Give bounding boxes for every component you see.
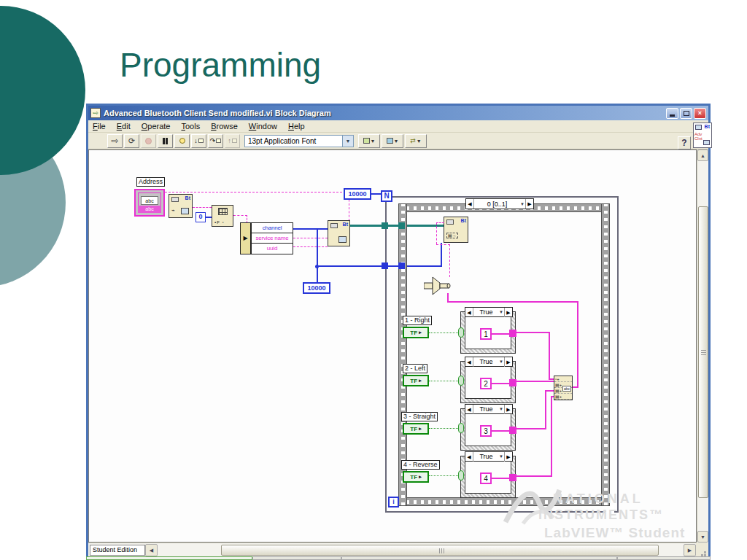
wire-case4-rise (551, 396, 552, 477)
command-constant[interactable]: 1 (480, 328, 492, 340)
structure-resize-corner[interactable] (604, 503, 614, 513)
chevron-down-icon[interactable]: ▼ (499, 359, 504, 364)
next-frame-icon[interactable]: ▶ (525, 199, 533, 209)
scroll-right-button[interactable]: ▶ (684, 544, 696, 556)
vertical-scroll-thumb[interactable] (698, 206, 708, 498)
vi-icon[interactable]: Bt AdvClnt (693, 122, 712, 148)
wire-bool-2 (429, 381, 461, 381)
case-selector[interactable]: ◀True▼▶ (465, 404, 513, 414)
menu-edit[interactable]: Edit (115, 121, 132, 131)
chevron-down-icon[interactable]: ▼ (499, 454, 504, 459)
reorder-button[interactable]: ⇄▼ (405, 134, 427, 148)
previous-case-icon[interactable]: ◀ (465, 357, 473, 367)
menu-operate[interactable]: Operate (140, 121, 172, 131)
bool-label-reverse[interactable]: 4 - Reverse (401, 460, 440, 470)
zero-constant[interactable]: 0 (196, 212, 206, 222)
scroll-left-button[interactable]: ◀ (145, 544, 158, 556)
cluster-row-uuid[interactable]: uuid (252, 244, 293, 254)
run-button[interactable]: ⇨ (107, 134, 123, 148)
chevron-down-icon: ▼ (394, 139, 399, 144)
slide: Programming ⇨ Advanced Bluetooth Client … (0, 0, 747, 560)
context-help-button[interactable]: ? (678, 136, 691, 149)
chevron-down-icon[interactable]: ▼ (342, 136, 353, 147)
distribute-objects-button[interactable]: ▼ (382, 134, 403, 148)
chevron-down-icon[interactable]: ▼ (499, 407, 504, 411)
bool-label-left[interactable]: 2 - Left (403, 364, 427, 373)
next-case-icon[interactable]: ▶ (504, 405, 512, 414)
run-continuous-button[interactable]: ⟳ (124, 134, 139, 148)
case-selector[interactable]: ◀True▼▶ (465, 357, 513, 367)
previous-case-icon[interactable]: ◀ (465, 308, 473, 317)
wire-case-out (492, 333, 511, 335)
for-loop-count-terminal: N (381, 190, 392, 202)
next-case-icon[interactable]: ▶ (504, 452, 512, 462)
previous-frame-icon[interactable]: ◀ (466, 199, 474, 209)
cluster-row-channel[interactable]: channel (252, 223, 293, 233)
horizontal-scrollbar[interactable]: Student Edition ◀ ▶ (88, 542, 708, 556)
highlight-execution-button[interactable] (174, 134, 190, 148)
index-array-node[interactable]: ▪F ▫ (212, 205, 233, 227)
menu-window[interactable]: Window (247, 121, 279, 131)
timeout-constant-bottom[interactable]: 10000 (303, 282, 330, 294)
timeout-constant-top[interactable]: 10000 (344, 188, 371, 200)
tf-control-left[interactable]: TF▸ (403, 375, 429, 386)
chevron-down-icon: ▼ (417, 139, 422, 144)
horizontal-scroll-thumb[interactable] (221, 545, 659, 556)
sequence-selector[interactable]: ◀ 0 [0..1] ▼ ▶ (465, 198, 534, 209)
bluetooth-discover-node[interactable]: Bt ⌁ (169, 194, 193, 218)
window-titlebar[interactable]: ⇨ Advanced Bluetooth Client Send modifie… (88, 106, 708, 120)
concatenate-strings-node[interactable]: ▫+ ▤+ ▤+ ▤+ abc (554, 376, 573, 400)
font-selector[interactable]: 13pt Application Font ▼ (244, 135, 354, 147)
previous-case-icon[interactable]: ◀ (465, 452, 473, 462)
device-icon (446, 219, 454, 225)
menu-help[interactable]: Help (287, 121, 306, 131)
address-string-control[interactable]: abc abc (134, 189, 165, 217)
align-objects-button[interactable]: ▼ (358, 134, 380, 148)
minimize-button[interactable] (666, 108, 678, 119)
cluster-row-service-name[interactable]: service name (252, 233, 293, 244)
previous-case-icon[interactable]: ◀ (465, 405, 473, 414)
tf-text: TF (410, 330, 417, 336)
case-structure-right: ◀True▼▶ 1 (460, 311, 516, 354)
menu-file[interactable]: File (91, 121, 107, 131)
step-into-button[interactable]: ↓ (191, 134, 206, 148)
command-constant[interactable]: 3 (480, 425, 492, 437)
vertical-scrollbar[interactable]: ▲ ▼ (697, 149, 708, 542)
tf-control-reverse[interactable]: TF▸ (403, 471, 429, 483)
case-selector[interactable]: ◀True▼▶ (465, 307, 513, 317)
chevron-down-icon[interactable]: ▼ (520, 202, 525, 206)
bluetooth-open-connection-node[interactable]: Bt (328, 220, 350, 246)
menu-browse[interactable]: Browse (209, 121, 239, 131)
cluster-rows: channel service name uuid (251, 222, 293, 254)
wire-count (371, 193, 382, 195)
command-constant[interactable]: 4 (480, 472, 492, 484)
menu-tools[interactable]: Tools (179, 121, 201, 131)
case-selector[interactable]: ◀True▼▶ (465, 451, 513, 462)
block-diagram-canvas[interactable]: Address abc abc (88, 149, 697, 542)
chevron-down-icon[interactable]: ▼ (499, 310, 504, 314)
scroll-up-button[interactable]: ▲ (697, 149, 708, 161)
run-icon: ⇨ (111, 136, 118, 145)
next-case-icon[interactable]: ▶ (504, 308, 512, 317)
bool-label-right[interactable]: 1 - Right (403, 316, 432, 325)
bundle-node[interactable]: ▶ (240, 222, 251, 254)
address-label[interactable]: Address (136, 177, 165, 187)
close-button[interactable]: × (694, 108, 706, 119)
step-over-button[interactable]: ↷ (208, 134, 223, 148)
wire-channel (293, 228, 328, 230)
wire-uuid (293, 246, 328, 247)
pause-button[interactable] (158, 134, 173, 148)
scroll-down-button[interactable]: ▼ (697, 531, 708, 542)
restore-button[interactable] (680, 108, 692, 119)
tf-control-straight[interactable]: TF▸ (403, 423, 429, 435)
labview-window: ⇨ Advanced Bluetooth Client Send modifie… (86, 104, 711, 559)
wire-string-elbow (436, 244, 450, 245)
bluetooth-write-node[interactable]: Bt ▤→ (444, 217, 468, 243)
next-case-icon[interactable]: ▶ (504, 357, 512, 367)
tf-control-right[interactable]: TF▸ (403, 327, 429, 338)
computer-icon (695, 125, 702, 130)
resize-corner[interactable] (696, 542, 708, 556)
command-constant[interactable]: 2 (480, 378, 492, 389)
bool-label-straight[interactable]: 3 - Straight (401, 412, 438, 421)
wire-string-up (449, 244, 450, 277)
